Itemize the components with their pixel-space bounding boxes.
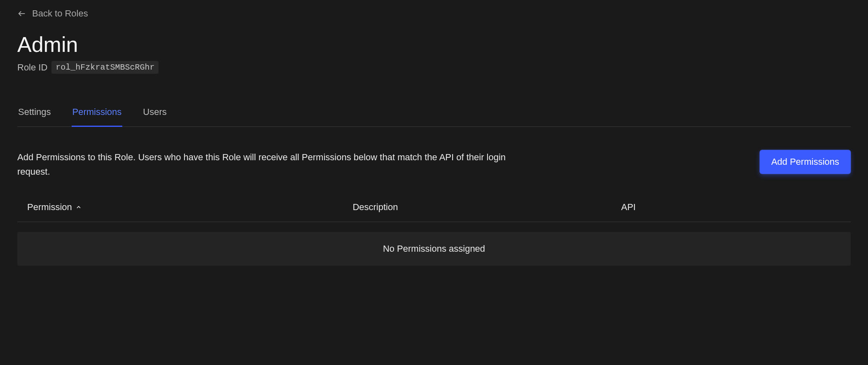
column-header-api-label: API bbox=[621, 202, 635, 213]
back-to-roles-link[interactable]: Back to Roles bbox=[17, 8, 88, 19]
column-header-description[interactable]: Description bbox=[352, 202, 621, 213]
role-id-label: Role ID bbox=[17, 62, 47, 73]
page-title: Admin bbox=[17, 32, 851, 57]
tabs: Settings Permissions Users bbox=[17, 107, 851, 127]
tab-settings[interactable]: Settings bbox=[17, 107, 52, 127]
column-header-description-label: Description bbox=[352, 202, 398, 213]
chevron-up-icon bbox=[75, 204, 82, 211]
content-row: Add Permissions to this Role. Users who … bbox=[17, 150, 851, 179]
tab-users[interactable]: Users bbox=[142, 107, 167, 127]
arrow-left-icon bbox=[17, 9, 26, 18]
table-header: Permission Description API bbox=[17, 202, 851, 222]
permissions-description: Add Permissions to this Role. Users who … bbox=[17, 150, 536, 179]
add-permissions-button[interactable]: Add Permissions bbox=[760, 150, 851, 174]
role-id-value: rol_hFzkratSMBScRGhr bbox=[51, 61, 159, 74]
role-id-row: Role ID rol_hFzkratSMBScRGhr bbox=[17, 61, 851, 74]
tab-permissions[interactable]: Permissions bbox=[72, 107, 123, 127]
column-header-permission-label: Permission bbox=[27, 202, 72, 213]
back-link-label: Back to Roles bbox=[32, 8, 88, 19]
column-header-api[interactable]: API bbox=[621, 202, 841, 213]
empty-state: No Permissions assigned bbox=[17, 232, 851, 266]
column-header-permission[interactable]: Permission bbox=[27, 202, 352, 213]
